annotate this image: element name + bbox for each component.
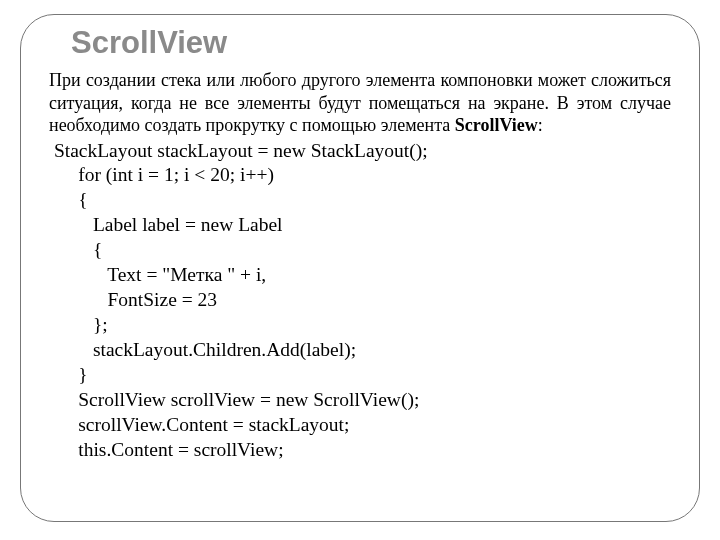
code-line: {	[49, 238, 671, 263]
code-line: };	[49, 313, 671, 338]
code-line: scrollView.Content = stackLayout;	[49, 413, 671, 438]
code-line: StackLayout stackLayout = new StackLayou…	[49, 139, 671, 164]
paragraph-text: При создании стека или любого другого эл…	[49, 70, 671, 135]
code-line: Label label = new Label	[49, 213, 671, 238]
code-line: Text = "Метка " + i,	[49, 263, 671, 288]
paragraph-strong: ScrollView	[455, 115, 538, 135]
paragraph-tail: :	[538, 115, 543, 135]
code-line: FontSize = 23	[49, 288, 671, 313]
slide-frame: ScrollView При создании стека или любого…	[20, 14, 700, 522]
code-line: this.Content = scrollView;	[49, 438, 671, 463]
code-line: {	[49, 188, 671, 213]
code-block: StackLayout stackLayout = new StackLayou…	[49, 139, 671, 463]
code-line: }	[49, 363, 671, 388]
code-line: for (int i = 1; i < 20; i++)	[49, 163, 671, 188]
code-line: ScrollView scrollView = new ScrollView()…	[49, 388, 671, 413]
slide-title: ScrollView	[71, 25, 671, 61]
description-paragraph: При создании стека или любого другого эл…	[49, 69, 671, 137]
code-line: stackLayout.Children.Add(label);	[49, 338, 671, 363]
